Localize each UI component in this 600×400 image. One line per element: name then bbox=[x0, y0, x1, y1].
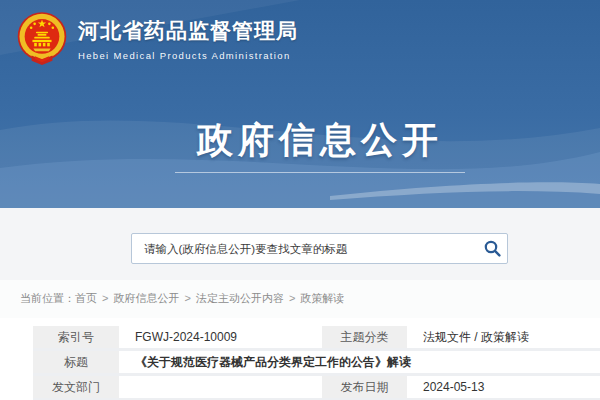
breadcrumb: 当前位置：首页>政府信息公开>法定主动公开内容>政策解读 bbox=[0, 280, 600, 318]
search-box bbox=[131, 233, 508, 264]
breadcrumb-separator: > bbox=[184, 292, 190, 304]
breadcrumb-item-gov-info[interactable]: 政府信息公开 bbox=[113, 292, 179, 304]
breadcrumb-item-policy[interactable]: 政策解读 bbox=[300, 292, 344, 304]
org-name: 河北省药品监督管理局 bbox=[78, 17, 298, 45]
index-number-value: FGWJ-2024-10009 bbox=[122, 326, 319, 348]
search-input[interactable] bbox=[132, 234, 477, 263]
topic-category-value: 法规文件 / 政策解读 bbox=[410, 326, 600, 348]
search-icon bbox=[484, 240, 501, 257]
publish-date-value: 2024-05-13 bbox=[410, 376, 600, 398]
doc-title-label: 标题 bbox=[33, 351, 119, 373]
table-row: 发文部门 发布日期 2024-05-13 bbox=[33, 376, 600, 400]
search-section bbox=[0, 208, 600, 280]
breadcrumb-item-home[interactable]: 首页 bbox=[75, 292, 97, 304]
index-number-label: 索引号 bbox=[33, 326, 119, 348]
topic-category-label: 主题分类 bbox=[322, 326, 407, 348]
table-row: 标题 《关于规范医疗器械产品分类界定工作的公告》解读 bbox=[33, 351, 600, 376]
breadcrumb-label: 当前位置： bbox=[20, 292, 75, 304]
breadcrumb-separator: > bbox=[102, 292, 108, 304]
document-meta-table: 索引号 FGWJ-2024-10009 主题分类 法规文件 / 政策解读 标题 … bbox=[33, 318, 600, 400]
title-underline bbox=[175, 172, 465, 173]
table-row: 索引号 FGWJ-2024-10009 主题分类 法规文件 / 政策解读 bbox=[33, 326, 600, 351]
breadcrumb-separator: > bbox=[289, 292, 295, 304]
issuing-dept-value bbox=[122, 376, 319, 398]
publish-date-label: 发布日期 bbox=[322, 376, 407, 398]
doc-title-value: 《关于规范医疗器械产品分类界定工作的公告》解读 bbox=[122, 351, 600, 373]
org-name-english: Hebei Medical Products Administration bbox=[78, 50, 298, 61]
breadcrumb-item-disclosure[interactable]: 法定主动公开内容 bbox=[196, 292, 284, 304]
site-brand: 河北省药品监督管理局 Hebei Medical Products Admini… bbox=[16, 10, 298, 68]
page-title: 政府信息公开 bbox=[40, 116, 600, 165]
search-button[interactable] bbox=[477, 234, 507, 263]
page-banner: 河北省药品监督管理局 Hebei Medical Products Admini… bbox=[0, 0, 600, 208]
issuing-dept-label: 发文部门 bbox=[33, 376, 119, 398]
china-national-emblem-icon bbox=[16, 10, 68, 68]
